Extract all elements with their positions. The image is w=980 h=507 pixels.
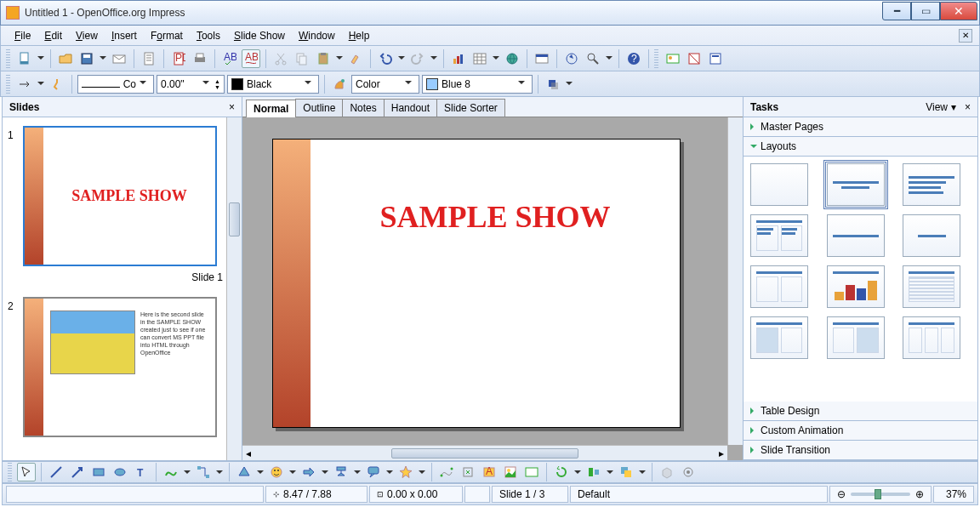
drawbar-grip[interactable]	[8, 463, 12, 481]
layout-centered[interactable]	[903, 214, 960, 257]
gallery-tool[interactable]	[522, 463, 541, 481]
slide-canvas[interactable]: SAMPLE SHOW	[272, 139, 681, 428]
zoom-out-icon[interactable]: ⊖	[837, 488, 846, 500]
line-style-button[interactable]	[48, 75, 66, 94]
rectangle-tool[interactable]	[89, 463, 108, 481]
rotate-tool[interactable]	[552, 463, 571, 481]
redo-button[interactable]	[408, 49, 427, 68]
line-tool[interactable]	[47, 463, 66, 481]
slideshow-button[interactable]	[533, 49, 551, 68]
layout-table[interactable]	[903, 265, 960, 308]
status-page-style[interactable]: Default	[570, 486, 828, 503]
layout-text-img[interactable]	[827, 316, 885, 359]
slides-scrollbar[interactable]	[226, 117, 242, 460]
document-close-button[interactable]: ✕	[959, 29, 972, 43]
slide-layout-button[interactable]	[706, 49, 725, 68]
redo-dropdown[interactable]	[430, 49, 438, 68]
symbol-shapes-tool[interactable]	[267, 463, 286, 481]
fill-type-combo[interactable]: Color	[351, 75, 419, 94]
rotate-dropdown[interactable]	[573, 463, 582, 481]
line-style-combo[interactable]: Co	[77, 75, 154, 94]
from-file-tool[interactable]	[501, 463, 520, 481]
arrange-dropdown[interactable]	[638, 463, 647, 481]
section-master-pages[interactable]: Master Pages	[744, 117, 977, 137]
section-table-design[interactable]: Table Design	[744, 402, 977, 421]
ellipse-tool[interactable]	[111, 463, 129, 481]
arrow-style-dropdown[interactable]	[37, 75, 45, 94]
menu-help[interactable]: Help	[342, 28, 377, 43]
canvas-horizontal-scrollbar[interactable]: ◂ ▸	[242, 445, 727, 460]
copy-button[interactable]	[293, 49, 311, 68]
points-tool[interactable]	[437, 463, 456, 481]
menu-tools[interactable]: Tools	[190, 28, 227, 43]
navigator-button[interactable]	[562, 49, 581, 68]
zoom-slider[interactable]: ⊖ ⊕	[829, 486, 932, 503]
block-arrows-tool[interactable]	[299, 463, 318, 481]
select-tool[interactable]	[17, 463, 36, 481]
close-button[interactable]: ✕	[940, 2, 977, 20]
undo-button[interactable]	[376, 49, 395, 68]
save-dropdown[interactable]	[99, 49, 107, 68]
canvas-area[interactable]: SAMPLE SHOW ◂ ▸	[242, 117, 743, 460]
gallery-button[interactable]	[664, 49, 682, 68]
block-arrows-dropdown[interactable]	[321, 463, 329, 481]
tasks-close[interactable]: ×	[965, 101, 971, 113]
menu-window[interactable]: Window	[292, 28, 342, 43]
paste-dropdown[interactable]	[335, 49, 344, 68]
print-button[interactable]	[191, 49, 209, 68]
status-zoom-percent[interactable]: 37%	[933, 486, 974, 503]
menu-slideshow[interactable]: Slide Show	[227, 28, 292, 43]
text-tool[interactable]: T	[132, 463, 151, 481]
connector-dropdown[interactable]	[215, 463, 224, 481]
stars-tool[interactable]	[396, 463, 415, 481]
save-button[interactable]	[77, 49, 96, 68]
toolbar-overflow[interactable]	[565, 75, 573, 94]
toolbar-grip-2[interactable]	[654, 49, 658, 68]
zoom-button[interactable]	[584, 49, 602, 68]
tab-normal[interactable]: Normal	[246, 100, 296, 117]
zoom-dropdown[interactable]	[605, 49, 613, 68]
callouts-tool[interactable]	[364, 463, 383, 481]
fill-color-combo[interactable]: Blue 8	[422, 75, 533, 94]
layout-three[interactable]	[903, 316, 960, 359]
layout-title[interactable]	[827, 163, 885, 206]
interaction-tool[interactable]	[679, 463, 698, 481]
gluepoints-tool[interactable]	[459, 463, 477, 481]
align-dropdown[interactable]	[606, 463, 614, 481]
layout-two-content[interactable]	[750, 214, 808, 257]
chart-button[interactable]	[449, 49, 468, 68]
toolbar-grip-3[interactable]	[6, 75, 10, 94]
slide-design-button[interactable]	[685, 49, 704, 68]
basic-shapes-tool[interactable]	[235, 463, 254, 481]
menu-insert[interactable]: Insert	[105, 28, 144, 43]
zoom-in-icon[interactable]: ⊕	[915, 488, 924, 500]
auto-spellcheck-button[interactable]: ABC	[242, 49, 260, 68]
line-width-combo[interactable]: 0.00"▲▼	[157, 75, 225, 94]
basic-shapes-dropdown[interactable]	[256, 463, 265, 481]
menu-file[interactable]: File	[8, 28, 37, 43]
tasks-view-menu[interactable]: View	[926, 101, 948, 113]
slide-thumbnail-2[interactable]: Here is the second slide in the SAMPLE S…	[23, 297, 217, 437]
layout-blank[interactable]	[750, 163, 808, 206]
toolbar-grip[interactable]	[6, 49, 10, 68]
connector-tool[interactable]	[194, 463, 213, 481]
undo-dropdown[interactable]	[397, 49, 406, 68]
export-pdf-button[interactable]: PDF	[169, 49, 188, 68]
layout-img-text[interactable]	[750, 316, 808, 359]
format-paintbrush-button[interactable]	[346, 49, 365, 68]
new-button[interactable]	[15, 49, 34, 68]
extrusion-tool[interactable]	[658, 463, 676, 481]
layout-title-content[interactable]	[903, 163, 960, 206]
align-tool[interactable]	[584, 463, 603, 481]
curve-tool[interactable]	[162, 463, 180, 481]
section-custom-animation[interactable]: Custom Animation	[744, 421, 977, 441]
section-slide-transition[interactable]: Slide Transition	[744, 441, 977, 460]
callouts-dropdown[interactable]	[385, 463, 394, 481]
maximize-button[interactable]: ▭	[911, 2, 940, 20]
tab-handout[interactable]: Handout	[384, 99, 437, 117]
area-style-button[interactable]	[330, 75, 349, 94]
menu-edit[interactable]: Edit	[37, 28, 69, 43]
tab-notes[interactable]: Notes	[342, 99, 384, 117]
arrow-style-button[interactable]	[15, 75, 34, 94]
layout-title-only[interactable]	[827, 214, 885, 257]
